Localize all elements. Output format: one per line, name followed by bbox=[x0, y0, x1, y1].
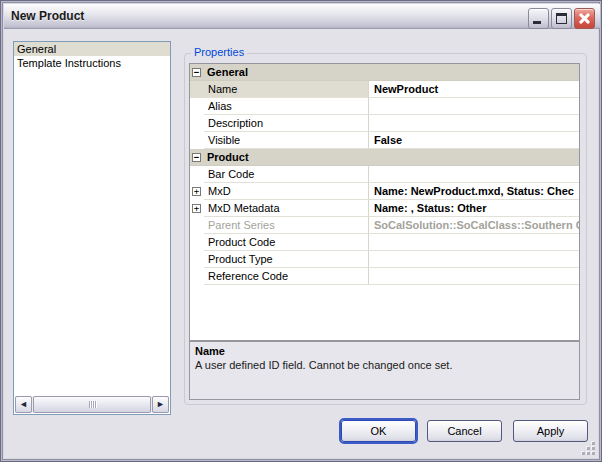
minimize-icon bbox=[533, 21, 541, 24]
row-margin bbox=[190, 132, 204, 149]
category-row-product[interactable]: −Product bbox=[190, 149, 579, 166]
category-label: General bbox=[204, 64, 579, 80]
expand-icon[interactable]: + bbox=[192, 187, 201, 196]
property-value[interactable]: Name: , Status: Other bbox=[369, 200, 579, 217]
property-value[interactable]: Name: NewProduct.mxd, Status: Chec bbox=[369, 183, 579, 200]
property-row-reference-code[interactable]: Reference Code bbox=[190, 268, 579, 285]
window-title: New Product bbox=[4, 9, 84, 23]
property-row-product-code[interactable]: Product Code bbox=[190, 234, 579, 251]
properties-groupbox: Properties −GeneralNameNewProductAliasDe… bbox=[184, 53, 587, 405]
property-row-visible[interactable]: VisibleFalse bbox=[190, 132, 579, 149]
property-value[interactable] bbox=[369, 98, 579, 115]
row-margin bbox=[190, 251, 204, 268]
property-row-alias[interactable]: Alias bbox=[190, 98, 579, 115]
property-label: Reference Code bbox=[204, 268, 369, 285]
ok-button[interactable]: OK bbox=[341, 420, 416, 442]
property-value[interactable]: False bbox=[369, 132, 579, 149]
property-label: Description bbox=[204, 115, 369, 132]
row-margin: + bbox=[190, 200, 204, 217]
category-list: GeneralTemplate Instructions bbox=[14, 42, 170, 70]
apply-button[interactable]: Apply bbox=[513, 420, 588, 442]
property-label: MxD bbox=[204, 183, 369, 200]
property-label: Bar Code bbox=[204, 166, 369, 183]
row-margin bbox=[190, 217, 204, 234]
property-value[interactable] bbox=[369, 251, 579, 268]
property-row-description[interactable]: Description bbox=[190, 115, 579, 132]
sidebar-item-general[interactable]: General bbox=[14, 42, 170, 56]
property-row-bar-code[interactable]: Bar Code bbox=[190, 166, 579, 183]
resize-grip[interactable] bbox=[582, 442, 595, 455]
property-value[interactable] bbox=[369, 234, 579, 251]
row-margin bbox=[190, 268, 204, 285]
collapse-icon[interactable]: − bbox=[192, 68, 201, 77]
sidebar-item-template-instructions[interactable]: Template Instructions bbox=[14, 56, 170, 70]
cancel-button[interactable]: Cancel bbox=[427, 420, 502, 442]
property-row-mxd-metadata[interactable]: +MxD MetadataName: , Status: Other bbox=[190, 200, 579, 217]
minimize-button[interactable] bbox=[528, 8, 549, 29]
property-value[interactable]: NewProduct bbox=[369, 81, 579, 98]
property-label: MxD Metadata bbox=[204, 200, 369, 217]
category-label: Product bbox=[204, 149, 579, 165]
property-description-pane: Name A user defined ID field. Cannot be … bbox=[189, 341, 580, 400]
horizontal-scrollbar[interactable]: ◄ ► bbox=[15, 396, 169, 413]
property-row-parent-series[interactable]: Parent SeriesSoCalSolution::SoCalClass::… bbox=[190, 217, 579, 234]
row-margin: + bbox=[190, 183, 204, 200]
collapse-icon[interactable]: − bbox=[192, 153, 201, 162]
property-grid: −GeneralNameNewProductAliasDescriptionVi… bbox=[189, 63, 580, 341]
scroll-right-button[interactable]: ► bbox=[152, 396, 169, 413]
properties-group-label: Properties bbox=[191, 46, 247, 58]
row-margin bbox=[190, 98, 204, 115]
row-margin bbox=[190, 234, 204, 251]
row-margin: − bbox=[190, 64, 204, 80]
description-text: A user defined ID field. Cannot be chang… bbox=[195, 359, 574, 371]
maximize-button[interactable] bbox=[551, 8, 572, 29]
description-title: Name bbox=[195, 345, 574, 357]
property-value[interactable] bbox=[369, 166, 579, 183]
property-label: Product Type bbox=[204, 251, 369, 268]
close-button[interactable] bbox=[574, 8, 595, 29]
property-value[interactable]: SoCalSolution::SoCalClass::Southern C bbox=[369, 217, 579, 234]
property-row-mxd[interactable]: +MxDName: NewProduct.mxd, Status: Chec bbox=[190, 183, 579, 200]
caption-buttons bbox=[528, 8, 595, 29]
property-label: Alias bbox=[204, 98, 369, 115]
property-label: Product Code bbox=[204, 234, 369, 251]
property-label: Visible bbox=[204, 132, 369, 149]
category-row-general[interactable]: −General bbox=[190, 64, 579, 81]
maximize-icon bbox=[556, 13, 567, 24]
property-row-name[interactable]: NameNewProduct bbox=[190, 81, 579, 98]
row-margin bbox=[190, 115, 204, 132]
property-value[interactable] bbox=[369, 268, 579, 285]
scroll-left-button[interactable]: ◄ bbox=[15, 396, 32, 413]
property-value[interactable] bbox=[369, 115, 579, 132]
title-bar[interactable]: New Product bbox=[4, 4, 600, 29]
property-label: Name bbox=[204, 81, 369, 98]
new-product-dialog: New Product GeneralTemplate Instructions… bbox=[0, 0, 602, 462]
property-label: Parent Series bbox=[204, 217, 369, 234]
category-listbox: GeneralTemplate Instructions ◄ ► bbox=[13, 41, 171, 415]
expand-icon[interactable]: + bbox=[192, 204, 201, 213]
row-margin bbox=[190, 81, 204, 98]
scroll-thumb[interactable] bbox=[33, 396, 151, 413]
property-row-product-type[interactable]: Product Type bbox=[190, 251, 579, 268]
row-margin: − bbox=[190, 149, 204, 165]
row-margin bbox=[190, 166, 204, 183]
